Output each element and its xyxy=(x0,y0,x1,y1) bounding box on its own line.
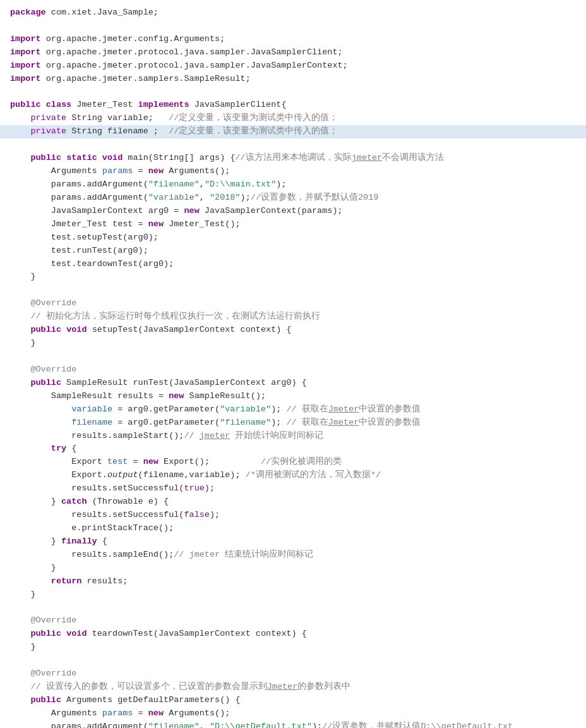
code-line-12: public static void main(String[] args) {… xyxy=(0,152,586,165)
code-line-43: } xyxy=(0,562,586,575)
code-line-18: test.setupTest(arg0); xyxy=(0,231,586,245)
code-line-19: test.runTest(arg0); xyxy=(0,245,586,258)
code-line-24: // 初始化方法，实际运行时每个线程仅执行一次，在测试方法运行前执行 xyxy=(0,310,586,324)
code-line-10: private String filename ; //定义变量，该变量为测试类… xyxy=(0,125,586,138)
code-line-32: filename = arg0.getParameter("filename")… xyxy=(0,416,586,430)
code-line-16: JavaSamplerContext arg0 = new JavaSample… xyxy=(0,205,586,218)
code-line-35: Export test = new Export(); //实例化被调用的类 xyxy=(0,456,586,469)
code-line-53: public Arguments getDefaultParameters() … xyxy=(0,694,586,707)
code-line-1: package com.xiet.Java_Sample; xyxy=(0,6,586,20)
code-line-21: } xyxy=(0,270,586,284)
code-line-46 xyxy=(0,601,586,614)
code-line-54: Arguments params = new Arguments(); xyxy=(0,707,586,720)
code-line-31: variable = arg0.getParameter("variable")… xyxy=(0,403,586,416)
code-line-23: @Override xyxy=(0,297,586,310)
code-line-11 xyxy=(0,138,586,152)
code-line-29: public SampleResult runTest(JavaSamplerC… xyxy=(0,377,586,390)
code-line-41: } finally { xyxy=(0,535,586,549)
code-line-6: import org.apache.jmeter.samplers.Sample… xyxy=(0,73,586,86)
code-line-33: results.sampleStart();// jmeter 开始统计响应时间… xyxy=(0,430,586,443)
code-line-37: results.setSuccessful(true); xyxy=(0,482,586,495)
code-line-2 xyxy=(0,20,586,33)
code-line-44: return results; xyxy=(0,575,586,588)
code-line-9: private String variable; //定义变量，该变量为测试类中… xyxy=(0,112,586,125)
code-line-48: public void teardownTest(JavaSamplerCont… xyxy=(0,628,586,641)
code-line-15: params.addArgument("variable", "2018");/… xyxy=(0,191,586,205)
code-line-52: // 设置传入的参数，可以设置多个，已设置的参数会显示到Jmeter的参数列表中 xyxy=(0,681,586,694)
code-line-25: public void setupTest(JavaSamplerContext… xyxy=(0,324,586,337)
code-editor: package com.xiet.Java_Sample; import org… xyxy=(0,0,586,728)
code-line-55: params.addArgument("filename", "D:\\getD… xyxy=(0,720,586,728)
code-line-14: params.addArgument("filename","D:\\main.… xyxy=(0,178,586,191)
code-line-7 xyxy=(0,86,586,99)
code-line-5: import org.apache.jmeter.protocol.java.s… xyxy=(0,59,586,73)
code-line-22 xyxy=(0,284,586,297)
code-line-47: @Override xyxy=(0,614,586,628)
code-line-40: e.printStackTrace(); xyxy=(0,522,586,535)
code-line-20: test.teardownTest(arg0); xyxy=(0,258,586,271)
code-line-8: public class Jmeter_Test implements Java… xyxy=(0,99,586,112)
code-line-28: @Override xyxy=(0,363,586,377)
code-line-45: } xyxy=(0,588,586,602)
code-line-38: } catch (Throwable e) { xyxy=(0,495,586,509)
code-line-42: results.sampleEnd();// jmeter 结束统计响应时间标记 xyxy=(0,549,586,562)
code-line-39: results.setSuccessful(false); xyxy=(0,509,586,522)
code-line-34: try { xyxy=(0,442,586,456)
code-line-30: SampleResult results = new SampleResult(… xyxy=(0,390,586,403)
code-line-4: import org.apache.jmeter.protocol.java.s… xyxy=(0,46,586,59)
code-line-27 xyxy=(0,350,586,363)
code-line-36: Export.output(filename,variable); /*调用被测… xyxy=(0,469,586,482)
code-line-50 xyxy=(0,654,586,667)
code-line-49: } xyxy=(0,641,586,654)
code-line-3: import org.apache.jmeter.config.Argument… xyxy=(0,33,586,46)
code-line-13: Arguments params = new Arguments(); xyxy=(0,165,586,178)
code-line-17: Jmeter_Test test = new Jmeter_Test(); xyxy=(0,218,586,231)
code-line-51: @Override xyxy=(0,667,586,681)
code-line-26: } xyxy=(0,337,586,350)
